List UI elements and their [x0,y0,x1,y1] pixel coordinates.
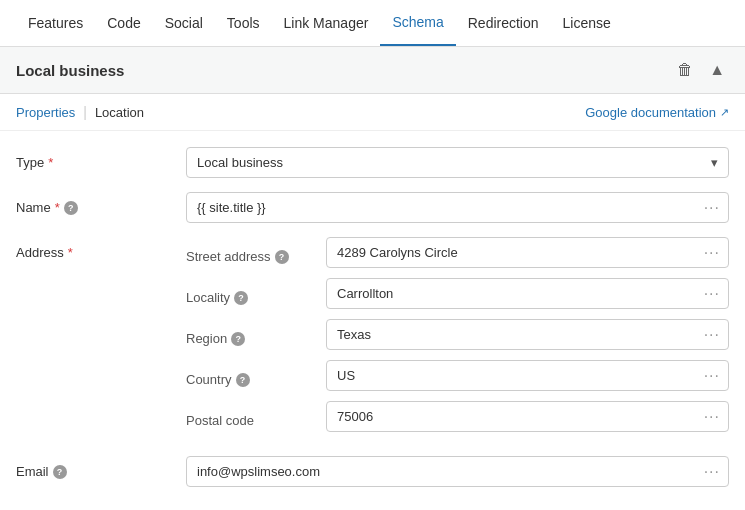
nav-features[interactable]: Features [16,1,95,45]
street-help-icon[interactable]: ? [275,250,289,264]
name-help-icon[interactable]: ? [64,201,78,215]
postal-input-wrap: ··· [326,401,729,432]
type-row: Type* Local business ▾ [16,147,729,178]
nav-link-manager[interactable]: Link Manager [272,1,381,45]
region-dots-button[interactable]: ··· [696,326,728,344]
region-input[interactable] [327,320,696,349]
name-input[interactable] [187,193,696,222]
section-header: Local business 🗑 ▲ [0,47,745,94]
email-input[interactable] [187,457,696,486]
section-title: Local business [16,62,124,79]
country-help-icon[interactable]: ? [236,373,250,387]
region-row: Region ? ··· [186,319,729,350]
tab-location[interactable]: Location [95,105,144,120]
name-dots-button[interactable]: ··· [696,199,728,217]
delete-button[interactable]: 🗑 [673,59,697,81]
street-row: Street address ? ··· [186,237,729,268]
type-select[interactable]: Local business [187,148,701,177]
street-input-wrap: ··· [326,237,729,268]
name-label: Name* ? [16,192,186,215]
address-label: Address* [16,237,186,260]
locality-help-icon[interactable]: ? [234,291,248,305]
type-field-wrap: Local business ▾ [186,147,729,178]
dropdown-arrow-icon: ▾ [701,155,728,170]
locality-input-wrap: ··· [326,278,729,309]
sub-nav: Properties | Location Google documentati… [0,94,745,131]
tab-properties[interactable]: Properties [16,105,75,120]
email-field-wrap: ··· [186,456,729,487]
address-row: Address* Street address ? ··· Locality ? [16,237,729,442]
nav-tools[interactable]: Tools [215,1,272,45]
name-row: Name* ? ··· [16,192,729,223]
locality-input[interactable] [327,279,696,308]
nav-schema[interactable]: Schema [380,0,455,46]
postal-label: Postal code [186,405,326,428]
top-nav: Features Code Social Tools Link Manager … [0,0,745,47]
nav-code[interactable]: Code [95,1,152,45]
external-link-icon: ↗ [720,106,729,119]
email-row: Email ? ··· [16,456,729,487]
country-row: Country ? ··· [186,360,729,391]
subnav-separator: | [83,104,87,120]
collapse-button[interactable]: ▲ [705,59,729,81]
street-dots-button[interactable]: ··· [696,244,728,262]
postal-row: Postal code ··· [186,401,729,432]
nav-redirection[interactable]: Redirection [456,1,551,45]
sub-nav-left: Properties | Location [16,104,144,120]
country-dots-button[interactable]: ··· [696,367,728,385]
name-required: * [55,200,60,215]
email-label: Email ? [16,456,186,479]
region-label: Region ? [186,323,326,346]
type-required: * [48,155,53,170]
name-input-wrap: ··· [186,192,729,223]
section-actions: 🗑 ▲ [673,59,729,81]
type-dropdown[interactable]: Local business ▾ [186,147,729,178]
postal-dots-button[interactable]: ··· [696,408,728,426]
country-input[interactable] [327,361,696,390]
locality-label: Locality ? [186,282,326,305]
email-help-icon[interactable]: ? [53,465,67,479]
street-label: Street address ? [186,241,326,264]
email-input-wrap: ··· [186,456,729,487]
postal-input[interactable] [327,402,696,431]
region-help-icon[interactable]: ? [231,332,245,346]
locality-row: Locality ? ··· [186,278,729,309]
google-docs-link[interactable]: Google documentation ↗ [585,105,729,120]
street-input[interactable] [327,238,696,267]
form-area: Type* Local business ▾ Name* ? ··· Addre… [0,131,745,510]
address-required: * [68,245,73,260]
name-field-wrap: ··· [186,192,729,223]
nav-license[interactable]: License [551,1,623,45]
country-input-wrap: ··· [326,360,729,391]
nav-social[interactable]: Social [153,1,215,45]
country-label: Country ? [186,364,326,387]
address-block: Street address ? ··· Locality ? ··· [186,237,729,442]
type-label: Type* [16,147,186,170]
locality-dots-button[interactable]: ··· [696,285,728,303]
google-doc-label: Google documentation [585,105,716,120]
region-input-wrap: ··· [326,319,729,350]
email-dots-button[interactable]: ··· [696,463,728,481]
